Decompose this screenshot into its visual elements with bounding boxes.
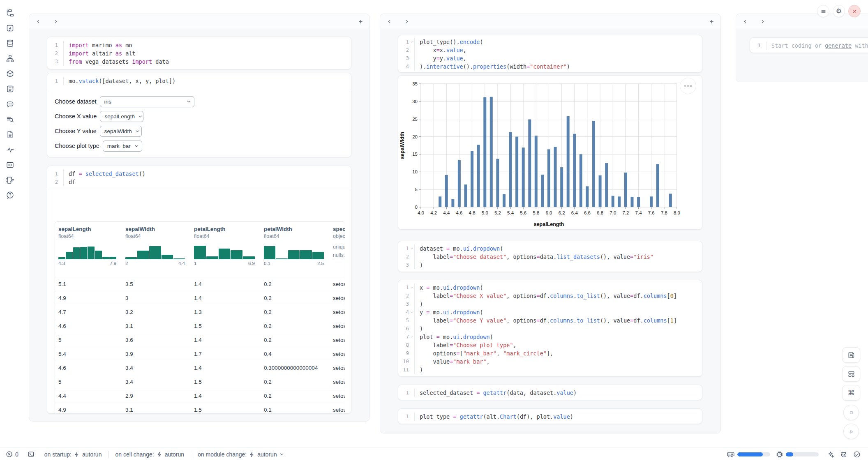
code-placeholder[interactable]: Start coding or generate with — [766, 41, 868, 50]
ai-assist-button[interactable] — [827, 451, 834, 458]
run-button[interactable] — [843, 424, 859, 439]
code-line[interactable]: 2 label="Choose X value", options=df.col… — [398, 292, 702, 300]
snippets-icon[interactable] — [5, 160, 14, 169]
add-column-button[interactable] — [707, 17, 716, 25]
fold-chevron-icon[interactable] — [409, 38, 414, 46]
column-next-button[interactable] — [51, 17, 60, 25]
fold-chevron-icon[interactable] — [409, 284, 414, 292]
dataframe-code-cell[interactable]: 1df = selected_dataset()2dfsepalLengthfl… — [47, 166, 351, 414]
table-row[interactable]: 53.61.40.2setosa — [55, 333, 345, 347]
code-line[interactable]: 1dataset = mo.ui.dropdown( — [398, 244, 702, 253]
code-line[interactable]: 3 y=y.value, — [398, 54, 702, 62]
code-line[interactable]: 1plot_type().encode( — [398, 38, 702, 46]
tracing-icon[interactable] — [5, 145, 14, 154]
ai-chat-icon[interactable] — [5, 99, 14, 108]
table-row[interactable]: 4.63.11.50.2setosa — [55, 319, 345, 333]
code-line[interactable]: 1mo.vstack([dataset, x, y, plot]) — [47, 77, 351, 85]
table-row[interactable]: 5.43.91.70.4setosa — [55, 347, 345, 361]
table-column-header[interactable]: sepalWidthfloat6424.4 — [122, 222, 191, 277]
table-column-header[interactable]: petalLengthfloat6416.9 — [191, 222, 261, 277]
table-column-header[interactable]: speciesobjectuniquenulls: — [330, 222, 345, 277]
y-value-select[interactable]: sepalWidth — [100, 126, 142, 137]
column-next-button[interactable] — [402, 17, 411, 25]
settings-button[interactable]: ⚙ — [833, 5, 845, 17]
error-count[interactable]: 0 — [6, 451, 18, 458]
column-prev-button[interactable] — [34, 17, 42, 25]
code-line[interactable]: 1df = selected_dataset() — [47, 170, 351, 178]
database-icon[interactable] — [5, 39, 14, 48]
terminal-button[interactable] — [28, 451, 35, 458]
packages-icon[interactable] — [5, 69, 14, 78]
connection-status-button[interactable] — [853, 451, 861, 458]
plot-encode-code-cell[interactable]: 1plot_type().encode(2 x=x.value,3 y=y.va… — [398, 35, 702, 73]
plot-type-code-cell[interactable]: 1plot_type = getattr(alt.Chart(df), plot… — [398, 408, 702, 424]
code-line[interactable]: 1import marimo as mo — [47, 41, 351, 49]
table-row[interactable]: 4.63.41.40.3000000000000004setosa — [55, 361, 345, 375]
table-row[interactable]: 5.13.51.40.2setosa — [55, 277, 345, 291]
scratchpad-icon[interactable] — [5, 84, 14, 93]
xy-plot-dropdowns-code-cell[interactable]: 1x = mo.ui.dropdown(2 label="Choose X va… — [398, 280, 702, 377]
notebook-icon[interactable] — [5, 175, 14, 184]
fold-chevron-icon[interactable] — [409, 244, 414, 253]
code-line[interactable]: 2import altair as alt — [47, 49, 351, 58]
code-line[interactable]: 4).interactive().properties(width="conta… — [398, 62, 702, 71]
run-mode-2[interactable]: on module change:autorun — [198, 451, 284, 458]
code-line[interactable]: 3) — [398, 261, 702, 269]
generate-with-ai-link[interactable]: generate — [825, 42, 852, 49]
code-line[interactable]: 2 label="Choose dataset", options=data.l… — [398, 253, 702, 261]
column-next-button[interactable] — [758, 17, 766, 25]
logs-icon[interactable] — [5, 115, 14, 124]
vstack-code-cell[interactable]: 1mo.vstack([dataset, x, y, plot])Choose … — [47, 73, 351, 157]
column-prev-button[interactable] — [385, 17, 393, 25]
ram-usage[interactable] — [727, 450, 770, 459]
save-button[interactable] — [842, 347, 860, 363]
x-value-select[interactable]: sepalLength — [100, 111, 143, 122]
table-column-header[interactable]: petalWidthfloat640.12.5 — [261, 222, 330, 277]
dependency-graph-icon[interactable] — [5, 54, 14, 63]
close-button[interactable] — [848, 5, 861, 17]
command-button[interactable]: ⌘ — [842, 385, 860, 401]
code-line[interactable]: 3) — [398, 300, 702, 308]
column-prev-button[interactable] — [741, 17, 749, 25]
fold-chevron-icon[interactable] — [409, 333, 414, 341]
file-tree-icon[interactable] — [5, 8, 14, 17]
code-line[interactable]: 1x = mo.ui.dropdown( — [398, 284, 702, 292]
menu-button[interactable] — [817, 5, 829, 17]
dataset-dropdown-code-cell[interactable]: 1dataset = mo.ui.dropdown(2 label="Choos… — [398, 241, 702, 272]
copilot-button[interactable] — [840, 451, 847, 458]
chart-output-cell[interactable]: 4.04.24.44.64.85.05.25.45.65.86.06.26.46… — [398, 75, 702, 230]
cpu-usage[interactable] — [776, 451, 819, 458]
code-line[interactable]: 5 label="Choose Y value", options=df.col… — [398, 316, 702, 325]
code-line[interactable]: 2df — [47, 178, 351, 186]
selected-dataset-code-cell[interactable]: 1selected_dataset = getattr(data, datase… — [398, 385, 702, 400]
table-row[interactable]: 4.42.91.40.2setosa — [55, 389, 345, 403]
code-line[interactable]: 2 x=x.value, — [398, 46, 702, 54]
code-line[interactable]: 1plot_type = getattr(alt.Chart(df), plot… — [398, 413, 702, 421]
code-line[interactable]: 4y = mo.ui.dropdown( — [398, 308, 702, 316]
code-line[interactable]: 7plot = mo.ui.dropdown( — [398, 333, 702, 341]
run-mode-0[interactable]: on startup:autorun — [44, 451, 102, 458]
code-line[interactable]: 10 value="mark_bar", — [398, 357, 702, 366]
stop-button[interactable] — [843, 405, 859, 420]
fold-chevron-icon[interactable] — [409, 308, 414, 316]
dataset-select[interactable]: iris — [100, 96, 194, 107]
plot-type-select[interactable]: mark_bar — [103, 141, 142, 152]
imports-code-cell[interactable]: 1import marimo as mo2import altair as al… — [47, 37, 351, 69]
help-icon[interactable] — [5, 191, 14, 200]
code-line[interactable]: 6) — [398, 325, 702, 333]
functions-icon[interactable] — [5, 23, 14, 32]
table-row[interactable]: 4.931.40.2setosa — [55, 291, 345, 305]
code-line[interactable]: 11) — [398, 366, 702, 374]
layout-button[interactable] — [842, 366, 860, 382]
run-mode-1[interactable]: on cell change:autorun — [115, 451, 184, 458]
code-line[interactable]: 3from vega_datasets import data — [47, 58, 351, 66]
add-column-button[interactable] — [356, 17, 365, 25]
table-row[interactable]: 4.73.21.30.2setosa — [55, 305, 345, 319]
table-column-header[interactable]: sepalLengthfloat644.37.9 — [55, 222, 122, 277]
code-line[interactable]: 8 label="Choose plot type", — [398, 341, 702, 349]
table-row[interactable]: 53.41.50.2setosa — [55, 375, 345, 389]
code-line[interactable]: 9 options=["mark_bar", "mark_circle"], — [398, 349, 702, 357]
bar-chart[interactable]: 4.04.24.44.64.85.05.25.45.65.86.06.26.46… — [398, 76, 702, 229]
code-line[interactable]: 1selected_dataset = getattr(data, datase… — [398, 389, 702, 397]
empty-code-cell[interactable]: 1 Start coding or generate with — [750, 37, 868, 53]
